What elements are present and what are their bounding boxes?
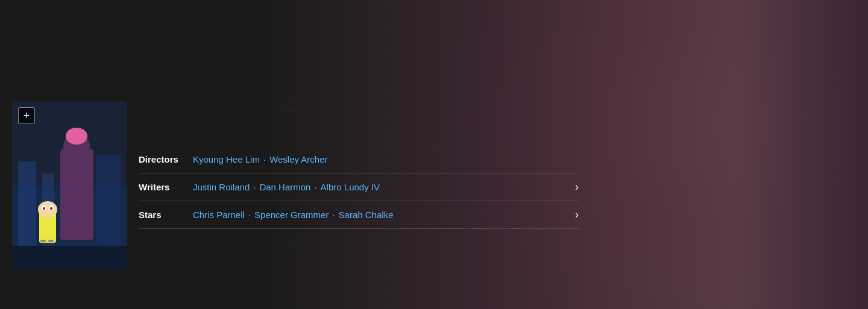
stars-names: Chris Parnell · Spencer Grammer · Sarah …: [193, 210, 579, 220]
directors-names: Kyoung Hee Lim · Wesley Archer: [193, 154, 579, 164]
credits-list: Directors Kyoung Hee Lim · Wesley Archer…: [139, 145, 579, 229]
svg-point-12: [66, 128, 87, 145]
writer-1[interactable]: Justin Roiland: [193, 182, 250, 192]
separator: ·: [263, 154, 266, 164]
writers-row: Writers Justin Roiland · Dan Harmon · Al…: [139, 173, 579, 201]
svg-rect-19: [40, 240, 46, 242]
svg-point-18: [50, 207, 52, 210]
star-1[interactable]: Chris Parnell: [193, 210, 245, 220]
writer-3[interactable]: Albro Lundy IV: [321, 182, 380, 192]
writers-label: Writers: [139, 182, 193, 192]
svg-rect-20: [48, 240, 54, 242]
writers-arrow[interactable]: ›: [575, 181, 579, 193]
directors-label: Directors: [139, 154, 193, 164]
svg-point-17: [43, 207, 45, 210]
thumbnail-art: [12, 101, 127, 270]
director-2[interactable]: Wesley Archer: [269, 154, 327, 164]
separator: ·: [314, 182, 316, 192]
svg-rect-10: [60, 149, 93, 240]
separator: ·: [248, 210, 251, 220]
star-3[interactable]: Sarah Chalke: [339, 210, 394, 220]
director-1[interactable]: Kyoung Hee Lim: [193, 154, 260, 164]
directors-row: Directors Kyoung Hee Lim · Wesley Archer: [139, 146, 579, 173]
star-2[interactable]: Spencer Grammer: [254, 210, 329, 220]
add-button[interactable]: +: [18, 107, 35, 124]
episode-thumbnail[interactable]: +: [12, 101, 127, 270]
writers-names: Justin Roiland · Dan Harmon · Albro Lund…: [193, 182, 579, 192]
svg-point-14: [38, 201, 57, 218]
separator: ·: [332, 210, 335, 220]
separator: ·: [253, 182, 256, 192]
stars-arrow[interactable]: ›: [575, 208, 579, 221]
stars-label: Stars: [139, 210, 193, 220]
writer-2[interactable]: Dan Harmon: [259, 182, 310, 192]
svg-rect-21: [12, 246, 127, 270]
stars-row: Stars Chris Parnell · Spencer Grammer · …: [139, 201, 579, 229]
